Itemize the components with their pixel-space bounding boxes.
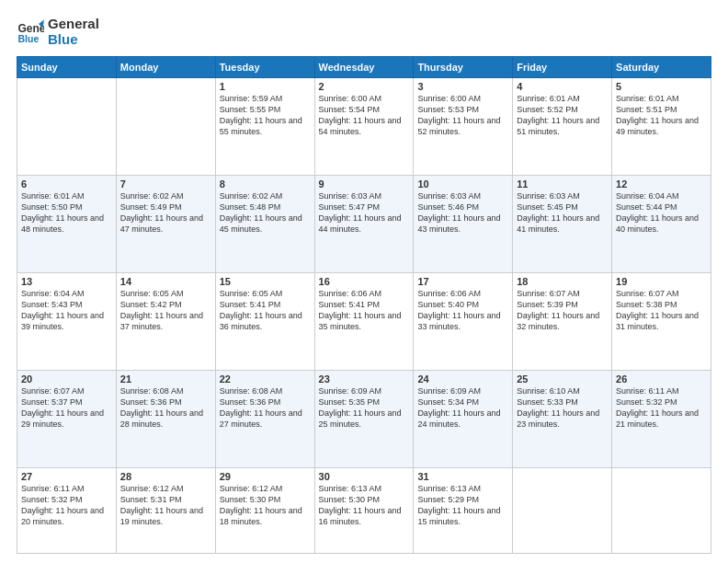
calendar-cell: [116, 78, 215, 176]
cell-info: Sunrise: 6:04 AMSunset: 5:43 PMDaylight:…: [21, 288, 112, 333]
cell-info: Sunrise: 6:07 AMSunset: 5:39 PMDaylight:…: [517, 288, 608, 333]
cell-info: Sunrise: 6:10 AMSunset: 5:33 PMDaylight:…: [517, 385, 608, 431]
calendar-cell: 7Sunrise: 6:02 AMSunset: 5:49 PMDaylight…: [116, 175, 215, 272]
weekday-header: Wednesday: [314, 57, 414, 78]
calendar-cell: 11Sunrise: 6:03 AMSunset: 5:45 PMDayligh…: [513, 175, 612, 272]
calendar-cell: 5Sunrise: 6:01 AMSunset: 5:51 PMDaylight…: [612, 78, 711, 176]
cell-info: Sunrise: 6:03 AMSunset: 5:46 PMDaylight:…: [417, 190, 508, 236]
cell-info: Sunrise: 6:12 AMSunset: 5:30 PMDaylight:…: [220, 483, 311, 528]
calendar-cell: 2Sunrise: 6:00 AMSunset: 5:54 PMDaylight…: [314, 78, 414, 176]
calendar-cell: 3Sunrise: 6:00 AMSunset: 5:53 PMDaylight…: [414, 78, 513, 176]
svg-text:Blue: Blue: [18, 32, 40, 43]
cell-info: Sunrise: 6:08 AMSunset: 5:36 PMDaylight:…: [120, 385, 211, 431]
cell-info: Sunrise: 6:12 AMSunset: 5:31 PMDaylight:…: [120, 483, 211, 528]
cell-info: Sunrise: 6:06 AMSunset: 5:41 PMDaylight:…: [319, 288, 410, 333]
calendar-cell: 28Sunrise: 6:12 AMSunset: 5:31 PMDayligh…: [116, 467, 215, 553]
weekday-header: Friday: [513, 57, 612, 78]
cell-info: Sunrise: 6:02 AMSunset: 5:49 PMDaylight:…: [120, 190, 211, 236]
cell-info: Sunrise: 6:02 AMSunset: 5:48 PMDaylight:…: [220, 190, 311, 236]
calendar-cell: [17, 78, 117, 176]
day-number: 17: [417, 276, 508, 287]
cell-info: Sunrise: 6:09 AMSunset: 5:35 PMDaylight:…: [319, 385, 410, 431]
cell-info: Sunrise: 6:07 AMSunset: 5:37 PMDaylight:…: [21, 385, 112, 431]
calendar-cell: 20Sunrise: 6:07 AMSunset: 5:37 PMDayligh…: [17, 370, 117, 467]
day-number: 23: [319, 373, 410, 385]
calendar-week-row: 6Sunrise: 6:01 AMSunset: 5:50 PMDaylight…: [17, 175, 711, 272]
day-number: 14: [120, 276, 211, 287]
day-number: 15: [220, 276, 311, 287]
calendar-cell: 4Sunrise: 6:01 AMSunset: 5:52 PMDaylight…: [513, 78, 612, 176]
calendar-cell: 18Sunrise: 6:07 AMSunset: 5:39 PMDayligh…: [513, 272, 612, 370]
header: General Blue General Blue: [17, 17, 711, 47]
day-number: 21: [120, 373, 211, 385]
calendar-header-row: SundayMondayTuesdayWednesdayThursdayFrid…: [17, 57, 711, 78]
day-number: 9: [319, 178, 410, 190]
cell-info: Sunrise: 6:00 AMSunset: 5:53 PMDaylight:…: [417, 93, 508, 138]
calendar-cell: 22Sunrise: 6:08 AMSunset: 5:36 PMDayligh…: [215, 370, 314, 467]
logo-blue: Blue: [48, 32, 99, 48]
calendar-cell: 21Sunrise: 6:08 AMSunset: 5:36 PMDayligh…: [116, 370, 215, 467]
day-number: 27: [21, 471, 112, 482]
calendar-cell: 1Sunrise: 5:59 AMSunset: 5:55 PMDaylight…: [215, 78, 314, 176]
calendar-cell: 8Sunrise: 6:02 AMSunset: 5:48 PMDaylight…: [215, 175, 314, 272]
calendar-cell: 12Sunrise: 6:04 AMSunset: 5:44 PMDayligh…: [612, 175, 711, 272]
day-number: 11: [517, 178, 608, 190]
cell-info: Sunrise: 6:04 AMSunset: 5:44 PMDaylight:…: [616, 190, 707, 236]
weekday-header: Thursday: [414, 57, 513, 78]
calendar-cell: 25Sunrise: 6:10 AMSunset: 5:33 PMDayligh…: [513, 370, 612, 467]
day-number: 31: [417, 471, 508, 482]
day-number: 26: [616, 373, 707, 385]
day-number: 1: [220, 81, 311, 92]
cell-info: Sunrise: 6:09 AMSunset: 5:34 PMDaylight:…: [417, 385, 508, 431]
day-number: 29: [220, 471, 311, 482]
cell-info: Sunrise: 6:08 AMSunset: 5:36 PMDaylight:…: [220, 385, 311, 431]
day-number: 3: [417, 81, 508, 92]
cell-info: Sunrise: 6:00 AMSunset: 5:54 PMDaylight:…: [319, 93, 410, 138]
calendar-cell: 27Sunrise: 6:11 AMSunset: 5:32 PMDayligh…: [17, 467, 117, 553]
cell-info: Sunrise: 6:01 AMSunset: 5:50 PMDaylight:…: [21, 190, 112, 236]
calendar-cell: 13Sunrise: 6:04 AMSunset: 5:43 PMDayligh…: [17, 272, 117, 370]
day-number: 19: [616, 276, 707, 287]
weekday-header: Sunday: [17, 57, 117, 78]
cell-info: Sunrise: 6:05 AMSunset: 5:41 PMDaylight:…: [220, 288, 311, 333]
day-number: 18: [517, 276, 608, 287]
calendar-cell: 14Sunrise: 6:05 AMSunset: 5:42 PMDayligh…: [116, 272, 215, 370]
calendar-cell: 9Sunrise: 6:03 AMSunset: 5:47 PMDaylight…: [314, 175, 414, 272]
cell-info: Sunrise: 6:05 AMSunset: 5:42 PMDaylight:…: [120, 288, 211, 333]
day-number: 13: [21, 276, 112, 287]
calendar-cell: 19Sunrise: 6:07 AMSunset: 5:38 PMDayligh…: [612, 272, 711, 370]
calendar-table: SundayMondayTuesdayWednesdayThursdayFrid…: [17, 56, 711, 554]
day-number: 28: [120, 471, 211, 482]
day-number: 10: [417, 178, 508, 190]
calendar-cell: 17Sunrise: 6:06 AMSunset: 5:40 PMDayligh…: [414, 272, 513, 370]
cell-info: Sunrise: 6:07 AMSunset: 5:38 PMDaylight:…: [616, 288, 707, 333]
calendar-week-row: 13Sunrise: 6:04 AMSunset: 5:43 PMDayligh…: [17, 272, 711, 370]
cell-info: Sunrise: 6:13 AMSunset: 5:29 PMDaylight:…: [417, 483, 508, 528]
calendar-week-row: 1Sunrise: 5:59 AMSunset: 5:55 PMDaylight…: [17, 78, 711, 176]
day-number: 20: [21, 373, 112, 385]
logo: General Blue General Blue: [17, 17, 99, 47]
cell-info: Sunrise: 6:01 AMSunset: 5:51 PMDaylight:…: [616, 93, 707, 138]
logo-general: General: [48, 17, 99, 32]
day-number: 25: [517, 373, 608, 385]
weekday-header: Tuesday: [215, 57, 314, 78]
calendar-cell: 30Sunrise: 6:13 AMSunset: 5:30 PMDayligh…: [314, 467, 414, 553]
day-number: 22: [220, 373, 311, 385]
calendar-cell: [612, 467, 711, 553]
calendar-cell: 26Sunrise: 6:11 AMSunset: 5:32 PMDayligh…: [612, 370, 711, 467]
calendar-cell: 23Sunrise: 6:09 AMSunset: 5:35 PMDayligh…: [314, 370, 414, 467]
day-number: 8: [220, 178, 311, 190]
day-number: 30: [319, 471, 410, 482]
day-number: 5: [616, 81, 707, 92]
cell-info: Sunrise: 6:11 AMSunset: 5:32 PMDaylight:…: [616, 385, 707, 431]
page: General Blue General Blue SundayMondayTu…: [0, 0, 728, 563]
weekday-header: Saturday: [612, 57, 711, 78]
calendar-cell: 15Sunrise: 6:05 AMSunset: 5:41 PMDayligh…: [215, 272, 314, 370]
calendar-cell: [513, 467, 612, 553]
calendar-cell: 16Sunrise: 6:06 AMSunset: 5:41 PMDayligh…: [314, 272, 414, 370]
day-number: 4: [517, 81, 608, 92]
calendar-week-row: 20Sunrise: 6:07 AMSunset: 5:37 PMDayligh…: [17, 370, 711, 467]
calendar-week-row: 27Sunrise: 6:11 AMSunset: 5:32 PMDayligh…: [17, 467, 711, 553]
day-number: 2: [319, 81, 410, 92]
calendar-cell: 24Sunrise: 6:09 AMSunset: 5:34 PMDayligh…: [414, 370, 513, 467]
